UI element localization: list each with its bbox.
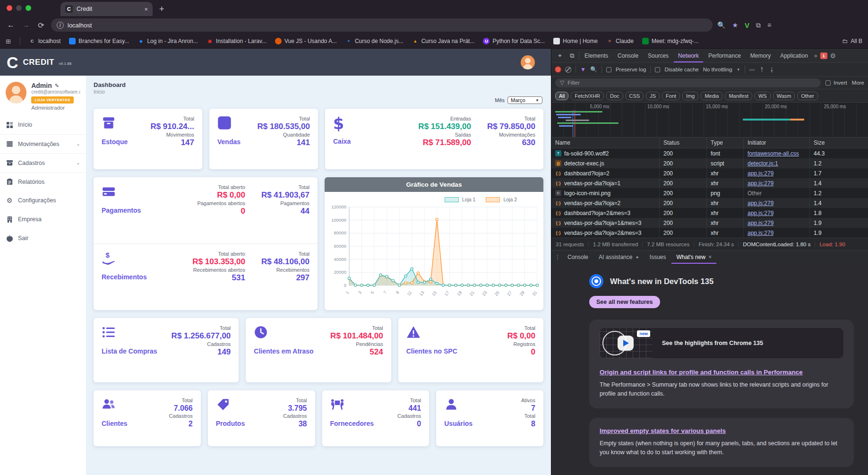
column-name[interactable]: Name	[551, 138, 660, 148]
new-tab-button[interactable]: +	[159, 4, 164, 14]
tab-sources[interactable]: Sources	[644, 49, 673, 62]
chip-js[interactable]: JS	[646, 92, 660, 100]
clear-network-log-button[interactable]	[565, 67, 571, 73]
export-har-icon[interactable]: ⭳	[769, 66, 775, 73]
chip-manifest[interactable]: Manifest	[725, 92, 752, 100]
user-avatar[interactable]	[6, 82, 26, 104]
network-request-row[interactable]: {}detector-exec.js 200 script detector.j…	[551, 158, 868, 168]
tab-network[interactable]: Network	[674, 49, 703, 62]
bookmark-item[interactable]: ✳Claude	[606, 38, 634, 44]
app-logo[interactable]: C CREDIT v0.1.88	[0, 54, 86, 70]
minimize-window-button[interactable]	[16, 5, 22, 11]
network-request-row[interactable]: Tfa-solid-900.woff2 200 font fontawesome…	[551, 148, 868, 158]
video-thumbnail[interactable]: new	[600, 328, 653, 358]
zoom-search-icon[interactable]: 🔍	[717, 21, 725, 29]
network-request-row[interactable]: {:}dashboard?loja=2&mes=3 200 xhr app.js…	[551, 208, 868, 218]
feature-link[interactable]: Improved empty states for various panels	[600, 427, 843, 434]
bookmark-item[interactable]: Clocalhost	[29, 38, 60, 44]
browser-menu-icon[interactable]: ≡	[767, 21, 771, 29]
highlights-video-row[interactable]: new See the highlights from Chrome 135	[600, 328, 843, 358]
forward-icon[interactable]: →	[21, 21, 31, 29]
edit-pencil-icon[interactable]: ✎	[55, 83, 59, 89]
filter-input[interactable]: ▽ Filter	[555, 78, 821, 87]
bookmark-item[interactable]: Vue JS - Usando A...	[275, 38, 337, 44]
drawer-menu-icon[interactable]: ⋮	[553, 254, 562, 260]
bookmark-item[interactable]: ▣Installation - Larav...	[206, 38, 266, 44]
bookmark-item[interactable]: UPython for Data Sc...	[483, 38, 545, 44]
tab-performance[interactable]: Performance	[704, 49, 745, 62]
drawer-tab-whats-new[interactable]: What's new×	[671, 250, 716, 264]
network-conditions-icon[interactable]: 〰	[749, 66, 755, 74]
sidebar-item-empresa[interactable]: Empresa	[0, 210, 86, 229]
card-produtos[interactable]: Produtos Total 3.795 Cadastros 38	[208, 390, 315, 446]
url-input[interactable]: i localhost	[51, 18, 713, 32]
preserve-log-checkbox[interactable]	[606, 67, 611, 72]
chip-ws[interactable]: WS	[755, 92, 771, 100]
disable-cache-checkbox[interactable]	[655, 67, 660, 72]
chip-css[interactable]: CSS	[626, 92, 644, 100]
network-request-row[interactable]: {:}vendas-por-dia?loja=2 200 xhr app.js:…	[551, 198, 868, 208]
legend-loja1[interactable]: Loja 1	[445, 197, 476, 202]
card-vendas[interactable]: Vendas Total R$ 180.535,00 Quantidade 14…	[209, 109, 318, 169]
issues-count-badge[interactable]: 1	[820, 52, 827, 59]
chip-doc[interactable]: Doc	[606, 92, 623, 100]
network-request-row[interactable]: {:}vendas-por-dia?loja=1&mes=3 200 xhr a…	[551, 218, 868, 228]
chip-other[interactable]: Other	[797, 92, 818, 100]
card-pagamentos[interactable]: Pagamentos Total aberto R$ 0,00 Pagament…	[94, 177, 318, 243]
card-lista-compras[interactable]: Lista de Compras Total R$ 1.256.677,00 C…	[94, 318, 239, 382]
drawer-tab-issues[interactable]: Issues	[645, 250, 671, 264]
tab-close-icon[interactable]: ×	[144, 6, 148, 13]
apps-grid-icon[interactable]: ⊞	[6, 38, 11, 45]
tab-memory[interactable]: Memory	[746, 49, 775, 62]
bookmark-item[interactable]: Meet: mdg-zfwq-...	[642, 38, 698, 44]
card-caixa[interactable]: $ Caixa Entradas R$ 151.439,00 Saídas R$…	[325, 109, 543, 169]
bookmark-item[interactable]: ◆Log in - Jira Anron...	[138, 38, 198, 44]
back-icon[interactable]: ←	[6, 21, 16, 29]
site-info-icon[interactable]: i	[57, 22, 64, 29]
card-clientes-atraso[interactable]: Clientes em Atraso Total R$ 101.484,00 P…	[246, 318, 391, 382]
bookmark-item[interactable]: Branches for Easy...	[69, 38, 129, 44]
card-clientes-spc[interactable]: Clientes no SPC Total R$ 0,00 Registros …	[398, 318, 543, 382]
card-usuarios[interactable]: Usuários Ativos 7 Total 8	[436, 390, 543, 446]
chip-font[interactable]: Font	[662, 92, 680, 100]
column-type[interactable]: Type	[707, 138, 744, 148]
sidebar-item-movimentacoes[interactable]: Movimentações⌄	[0, 134, 86, 153]
device-toolbar-icon[interactable]: ⧉	[567, 52, 578, 60]
column-initiator[interactable]: Initiator	[744, 138, 810, 148]
header-avatar[interactable]	[521, 55, 535, 69]
drawer-tab-ai-assistance[interactable]: AI assistance✦	[594, 250, 644, 264]
invert-filter[interactable]: Invert	[825, 80, 847, 86]
inspect-element-icon[interactable]: ⌖	[554, 52, 566, 60]
card-fornecedores[interactable]: Fornecedores Total 441 Cadastros 0	[322, 390, 430, 446]
bookmark-star-icon[interactable]: ★	[732, 21, 738, 29]
column-status[interactable]: Status	[660, 138, 707, 148]
sidebar-item-inicio[interactable]: Início	[0, 115, 86, 134]
chip-wasm[interactable]: Wasm	[773, 92, 795, 100]
month-select[interactable]: Março▼	[507, 96, 542, 104]
network-request-row[interactable]: Clogo-icon-mini.png 200 png Other 1.2	[551, 188, 868, 198]
card-clientes[interactable]: Clientes Total 7.066 Cadastros 2	[94, 390, 201, 446]
play-icon[interactable]	[618, 336, 634, 351]
network-request-row[interactable]: {:}dashboard?loja=2 200 xhr app.js:279 1…	[551, 168, 868, 178]
card-recebimentos[interactable]: $ Recebimentos Total aberto R$ 103.353,0…	[94, 243, 318, 310]
bookmark-item[interactable]: ▲Curso Java na Prát...	[412, 38, 475, 44]
invert-checkbox[interactable]	[825, 80, 831, 86]
column-size[interactable]: Size	[810, 138, 868, 148]
settings-gear-icon[interactable]: ⚙	[830, 52, 836, 60]
legend-loja2[interactable]: Loja 2	[486, 197, 517, 202]
more-tabs-icon[interactable]: »	[814, 52, 817, 59]
sidebar-item-configuracoes[interactable]: ⚙ Configurações	[0, 191, 86, 210]
search-icon[interactable]: 🔍	[590, 66, 597, 73]
maximize-window-button[interactable]	[26, 5, 31, 11]
chip-img[interactable]: Img	[682, 92, 698, 100]
extension-v-icon[interactable]: V	[745, 21, 749, 29]
bookmark-item[interactable]: Home | Home	[553, 38, 598, 44]
close-icon[interactable]: ×	[708, 254, 712, 260]
close-window-button[interactable]	[7, 5, 12, 11]
card-estoque[interactable]: Estoque Total R$ 910.24... Movimentos 14…	[94, 109, 202, 169]
tab-application[interactable]: Application	[776, 49, 812, 62]
bookmark-item[interactable]: ✦Curso de Node.js...	[345, 38, 404, 44]
record-network-log-button[interactable]	[555, 67, 561, 72]
import-har-icon[interactable]: ⭱	[759, 66, 765, 73]
network-request-row[interactable]: {:}vendas-por-dia?loja=1 200 xhr app.js:…	[551, 178, 868, 188]
